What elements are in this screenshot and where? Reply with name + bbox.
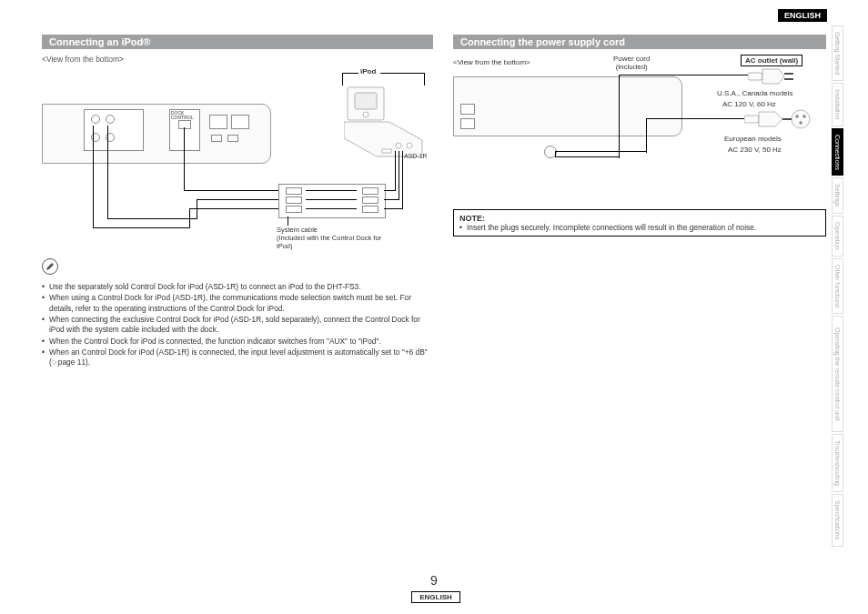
side-tab-getting-started[interactable]: Getting Started <box>832 25 843 81</box>
left-column: Connecting an iPod® <View from the botto… <box>42 35 433 369</box>
side-tab-connections[interactable]: Connections <box>832 128 843 176</box>
bullet-5: When an Control Dock for iPod (ASD-1R) i… <box>49 347 433 368</box>
section-header-ipod: Connecting an iPod® <box>42 35 433 49</box>
system-cable-label: System cable (Included with the Control … <box>277 226 386 250</box>
dock-control-label: DOCK CONTROL <box>171 111 193 120</box>
eu-voltage-label: AC 230 V, 50 Hz <box>728 146 782 154</box>
svg-point-10 <box>792 110 810 128</box>
us-models-label: U.S.A., Canada models <box>717 89 793 97</box>
side-tab-operation[interactable]: Operation <box>832 216 843 257</box>
svg-point-2 <box>363 112 368 117</box>
svg-rect-9 <box>744 116 759 123</box>
pencil-icon <box>42 258 58 275</box>
side-tab-troubleshooting[interactable]: Troubleshooting <box>832 434 843 492</box>
side-tab-installation[interactable]: Installation <box>832 83 843 126</box>
svg-point-11 <box>796 116 799 118</box>
note-header: NOTE: <box>459 214 820 223</box>
note-body: Insert the plugs securely. Incomplete co… <box>467 223 756 232</box>
bullet-2: When using a Control Dock for iPod (ASD-… <box>49 293 433 314</box>
note-box: NOTE: •Insert the plugs securely. Incomp… <box>453 209 826 237</box>
us-voltage-label: AC 120 V, 60 Hz <box>722 100 776 108</box>
svg-point-13 <box>800 122 802 125</box>
svg-point-3 <box>396 143 401 148</box>
svg-rect-1 <box>355 93 377 109</box>
ipod-bullets: •Use the separately sold Control Dock fo… <box>42 282 433 368</box>
device-outline <box>42 104 271 164</box>
us-plug-illustration <box>748 67 812 86</box>
ipod-dock-illustration <box>344 84 428 164</box>
svg-rect-6 <box>748 73 762 80</box>
svg-point-12 <box>803 116 806 118</box>
eu-models-label: European models <box>724 135 782 143</box>
left-view-caption: <View from the bottom> <box>42 55 433 64</box>
side-tab-strip: Getting Started Installation Connections… <box>832 25 848 549</box>
section-header-power: Connecting the power supply cord <box>453 35 826 49</box>
eu-plug-illustration <box>744 109 817 131</box>
bullet-1: Use the separately sold Control Dock for… <box>49 282 433 292</box>
bullet-3: When connecting the exclusive Control Do… <box>49 315 433 336</box>
power-cord-label: Power cord (included) <box>613 55 650 71</box>
right-column: Connecting the power supply cord <View f… <box>453 35 826 237</box>
device-outline-right <box>453 76 682 136</box>
right-view-caption: <View from the bottom> <box>453 58 530 66</box>
language-top-label: ENGLISH <box>778 9 827 22</box>
power-connection-diagram: <View from the bottom> Power cord (inclu… <box>453 55 826 200</box>
ac-outlet-label: AC outlet (wall) <box>741 55 802 66</box>
svg-rect-5 <box>382 149 391 153</box>
ipod-label: iPod <box>360 67 376 75</box>
bullet-4: When the Control Dock for iPod is connec… <box>49 337 433 347</box>
language-bottom-label: ENGLISH <box>411 591 460 603</box>
page-number: 9 <box>0 573 868 588</box>
svg-point-4 <box>407 143 412 148</box>
side-tab-remote[interactable]: Operating the remote control unit <box>832 316 843 432</box>
asd-label: ASD-1R <box>404 153 428 159</box>
ipod-connection-diagram: iPod ASD-1R <box>42 67 433 249</box>
side-tab-other-functions[interactable]: Other functions <box>832 258 843 314</box>
side-tab-settings[interactable]: Settings <box>832 177 843 213</box>
side-tab-specifications[interactable]: Specifications <box>832 494 843 546</box>
